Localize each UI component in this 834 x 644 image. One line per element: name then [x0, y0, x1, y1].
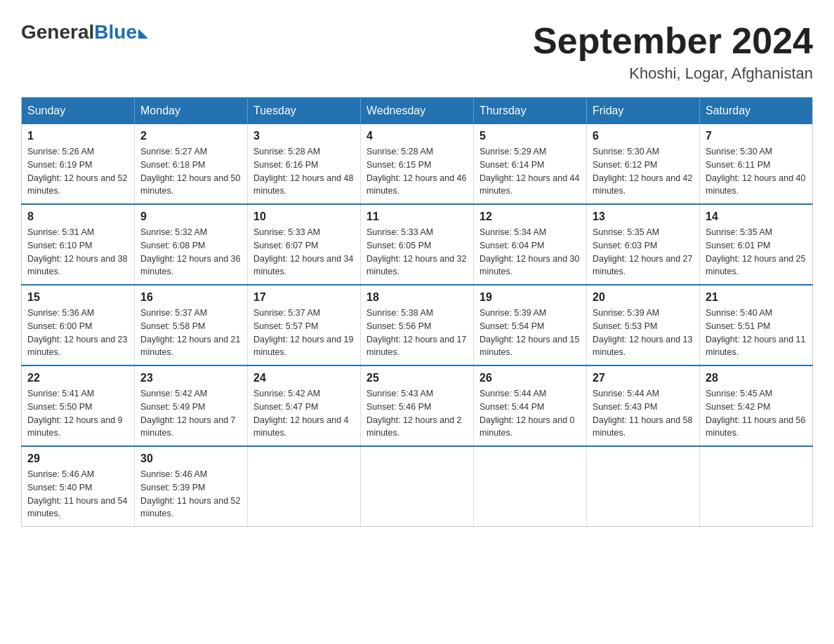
calendar-cell: 23 Sunrise: 5:42 AMSunset: 5:49 PMDaylig… — [135, 365, 248, 446]
day-number: 10 — [253, 210, 355, 223]
day-info: Sunrise: 5:45 AMSunset: 5:42 PMDaylight:… — [706, 389, 805, 438]
day-number: 5 — [479, 130, 581, 142]
calendar-cell: 27 Sunrise: 5:44 AMSunset: 5:43 PMDaylig… — [587, 365, 700, 446]
calendar-cell: 5 Sunrise: 5:29 AMSunset: 6:14 PMDayligh… — [474, 124, 587, 204]
column-header-saturday: Saturday — [700, 98, 813, 125]
day-info: Sunrise: 5:27 AMSunset: 6:18 PMDaylight:… — [140, 147, 240, 196]
day-number: 27 — [593, 372, 694, 384]
column-header-wednesday: Wednesday — [361, 98, 474, 125]
day-number: 13 — [593, 210, 694, 223]
calendar-table: SundayMondayTuesdayWednesdayThursdayFrid… — [21, 97, 813, 527]
calendar-cell: 8 Sunrise: 5:31 AMSunset: 6:10 PMDayligh… — [22, 204, 135, 285]
calendar-week-row: 1 Sunrise: 5:26 AMSunset: 6:19 PMDayligh… — [22, 124, 813, 204]
day-info: Sunrise: 5:26 AMSunset: 6:19 PMDaylight:… — [27, 147, 127, 196]
day-number: 18 — [366, 291, 468, 304]
day-info: Sunrise: 5:28 AMSunset: 6:15 PMDaylight:… — [366, 147, 466, 196]
day-info: Sunrise: 5:32 AMSunset: 6:08 PMDaylight:… — [140, 227, 240, 276]
day-info: Sunrise: 5:44 AMSunset: 5:44 PMDaylight:… — [479, 389, 575, 438]
calendar-cell: 15 Sunrise: 5:36 AMSunset: 6:00 PMDaylig… — [22, 285, 135, 365]
column-header-tuesday: Tuesday — [248, 98, 361, 125]
day-number: 24 — [253, 372, 355, 384]
calendar-cell: 4 Sunrise: 5:28 AMSunset: 6:15 PMDayligh… — [361, 124, 474, 204]
day-info: Sunrise: 5:30 AMSunset: 6:11 PMDaylight:… — [706, 147, 805, 196]
day-number: 9 — [140, 210, 241, 223]
logo: General Blue — [21, 21, 148, 43]
day-number: 26 — [479, 372, 581, 384]
day-info: Sunrise: 5:37 AMSunset: 5:57 PMDaylight:… — [253, 308, 353, 357]
day-info: Sunrise: 5:34 AMSunset: 6:04 PMDaylight:… — [479, 227, 579, 276]
column-header-friday: Friday — [587, 98, 700, 125]
calendar-header-row: SundayMondayTuesdayWednesdayThursdayFrid… — [22, 98, 813, 125]
day-number: 11 — [366, 210, 468, 223]
calendar-cell: 3 Sunrise: 5:28 AMSunset: 6:16 PMDayligh… — [248, 124, 361, 204]
calendar-cell: 17 Sunrise: 5:37 AMSunset: 5:57 PMDaylig… — [248, 285, 361, 365]
day-info: Sunrise: 5:36 AMSunset: 6:00 PMDaylight:… — [27, 308, 127, 357]
calendar-week-row: 22 Sunrise: 5:41 AMSunset: 5:50 PMDaylig… — [22, 365, 813, 446]
calendar-cell: 21 Sunrise: 5:40 AMSunset: 5:51 PMDaylig… — [700, 285, 813, 365]
logo-blue-text: Blue — [94, 21, 137, 43]
calendar-cell — [700, 446, 813, 527]
day-number: 12 — [479, 210, 581, 223]
day-info: Sunrise: 5:44 AMSunset: 5:43 PMDaylight:… — [593, 389, 692, 438]
day-info: Sunrise: 5:46 AMSunset: 5:40 PMDaylight:… — [27, 469, 127, 518]
day-number: 30 — [140, 452, 241, 465]
day-info: Sunrise: 5:38 AMSunset: 5:56 PMDaylight:… — [366, 308, 466, 357]
day-info: Sunrise: 5:28 AMSunset: 6:16 PMDaylight:… — [253, 147, 353, 196]
day-info: Sunrise: 5:29 AMSunset: 6:14 PMDaylight:… — [479, 147, 579, 196]
day-info: Sunrise: 5:35 AMSunset: 6:01 PMDaylight:… — [706, 227, 805, 276]
day-info: Sunrise: 5:41 AMSunset: 5:50 PMDaylight:… — [27, 389, 123, 438]
page-header: General Blue September 2024 Khoshi, Loga… — [21, 21, 813, 83]
calendar-cell: 1 Sunrise: 5:26 AMSunset: 6:19 PMDayligh… — [22, 124, 135, 204]
location-subtitle: Khoshi, Logar, Afghanistan — [533, 65, 813, 83]
day-number: 2 — [140, 130, 241, 142]
calendar-cell: 9 Sunrise: 5:32 AMSunset: 6:08 PMDayligh… — [135, 204, 248, 285]
day-info: Sunrise: 5:30 AMSunset: 6:12 PMDaylight:… — [593, 147, 692, 196]
calendar-cell: 11 Sunrise: 5:33 AMSunset: 6:05 PMDaylig… — [361, 204, 474, 285]
day-info: Sunrise: 5:35 AMSunset: 6:03 PMDaylight:… — [593, 227, 692, 276]
day-number: 1 — [27, 130, 128, 142]
calendar-cell: 20 Sunrise: 5:39 AMSunset: 5:53 PMDaylig… — [587, 285, 700, 365]
day-info: Sunrise: 5:46 AMSunset: 5:39 PMDaylight:… — [140, 469, 240, 518]
day-number: 28 — [706, 372, 807, 384]
day-number: 3 — [253, 130, 355, 142]
calendar-week-row: 29 Sunrise: 5:46 AMSunset: 5:40 PMDaylig… — [22, 446, 813, 527]
day-number: 19 — [479, 291, 581, 304]
calendar-cell — [361, 446, 474, 527]
day-info: Sunrise: 5:33 AMSunset: 6:05 PMDaylight:… — [366, 227, 466, 276]
day-info: Sunrise: 5:37 AMSunset: 5:58 PMDaylight:… — [140, 308, 240, 357]
calendar-cell: 2 Sunrise: 5:27 AMSunset: 6:18 PMDayligh… — [135, 124, 248, 204]
day-number: 25 — [366, 372, 468, 384]
calendar-cell: 16 Sunrise: 5:37 AMSunset: 5:58 PMDaylig… — [135, 285, 248, 365]
calendar-week-row: 8 Sunrise: 5:31 AMSunset: 6:10 PMDayligh… — [22, 204, 813, 285]
month-year-title: September 2024 — [533, 21, 813, 61]
logo-general-text: General — [21, 21, 94, 43]
calendar-cell: 30 Sunrise: 5:46 AMSunset: 5:39 PMDaylig… — [135, 446, 248, 527]
day-number: 8 — [27, 210, 128, 223]
day-number: 29 — [27, 452, 128, 465]
calendar-cell: 14 Sunrise: 5:35 AMSunset: 6:01 PMDaylig… — [700, 204, 813, 285]
calendar-cell: 6 Sunrise: 5:30 AMSunset: 6:12 PMDayligh… — [587, 124, 700, 204]
calendar-cell: 12 Sunrise: 5:34 AMSunset: 6:04 PMDaylig… — [474, 204, 587, 285]
calendar-cell: 19 Sunrise: 5:39 AMSunset: 5:54 PMDaylig… — [474, 285, 587, 365]
day-info: Sunrise: 5:43 AMSunset: 5:46 PMDaylight:… — [366, 389, 462, 438]
day-info: Sunrise: 5:39 AMSunset: 5:53 PMDaylight:… — [593, 308, 692, 357]
calendar-cell: 7 Sunrise: 5:30 AMSunset: 6:11 PMDayligh… — [700, 124, 813, 204]
title-section: September 2024 Khoshi, Logar, Afghanista… — [533, 21, 813, 83]
day-info: Sunrise: 5:42 AMSunset: 5:49 PMDaylight:… — [140, 389, 236, 438]
day-number: 17 — [253, 291, 355, 304]
calendar-cell: 10 Sunrise: 5:33 AMSunset: 6:07 PMDaylig… — [248, 204, 361, 285]
day-number: 4 — [366, 130, 468, 142]
calendar-cell — [474, 446, 587, 527]
calendar-cell: 25 Sunrise: 5:43 AMSunset: 5:46 PMDaylig… — [361, 365, 474, 446]
day-number: 15 — [27, 291, 128, 304]
calendar-cell: 26 Sunrise: 5:44 AMSunset: 5:44 PMDaylig… — [474, 365, 587, 446]
calendar-cell: 24 Sunrise: 5:42 AMSunset: 5:47 PMDaylig… — [248, 365, 361, 446]
day-number: 14 — [706, 210, 807, 223]
calendar-cell: 29 Sunrise: 5:46 AMSunset: 5:40 PMDaylig… — [22, 446, 135, 527]
day-info: Sunrise: 5:42 AMSunset: 5:47 PMDaylight:… — [253, 389, 349, 438]
day-info: Sunrise: 5:31 AMSunset: 6:10 PMDaylight:… — [27, 227, 127, 276]
column-header-monday: Monday — [135, 98, 248, 125]
column-header-thursday: Thursday — [474, 98, 587, 125]
day-info: Sunrise: 5:39 AMSunset: 5:54 PMDaylight:… — [479, 308, 579, 357]
day-number: 16 — [140, 291, 241, 304]
